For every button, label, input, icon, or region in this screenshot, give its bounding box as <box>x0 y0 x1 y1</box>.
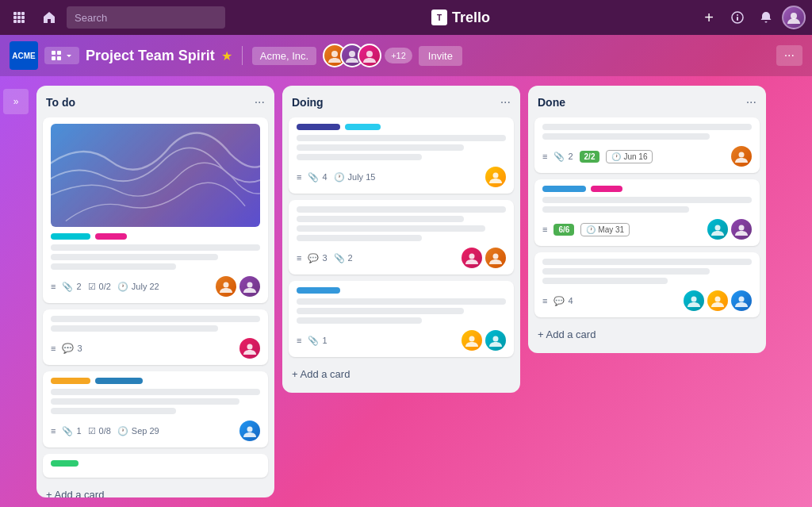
card-todo-2[interactable]: ≡ 💬 3 <box>43 309 268 365</box>
board-title: Project Team Spirit <box>86 48 215 64</box>
add-card-button-todo[interactable]: + Add a card <box>43 484 268 497</box>
card-line <box>542 197 752 203</box>
column-doing: Doing ··· ≡ 📎 4 🕐 Jul <box>282 86 520 393</box>
card-avatars <box>462 330 506 351</box>
card-done-3[interactable]: ≡ 💬 4 <box>534 252 760 317</box>
card-list-icon: ≡ <box>542 152 547 161</box>
card-avatar <box>462 330 482 351</box>
tag-cyan <box>51 233 90 240</box>
attach-icon: 📎 <box>62 426 73 436</box>
card-avatars <box>216 276 260 297</box>
card-line <box>297 235 422 241</box>
card-doing-1[interactable]: ≡ 📎 4 🕐 July 15 <box>289 117 514 194</box>
star-button[interactable]: ★ <box>221 48 232 63</box>
column-header-done: Done ··· <box>534 94 760 111</box>
card-attach-meta: 📎 2 <box>553 152 573 162</box>
card-footer: ≡ 📎 1 ☑ 0/8 🕐 Sep 29 <box>51 421 260 441</box>
card-tags <box>51 378 260 384</box>
card-line <box>51 325 218 332</box>
card-doing-2[interactable]: ≡ 💬 3 📎 2 <box>289 200 514 275</box>
card-lines <box>51 244 260 270</box>
svg-rect-10 <box>737 17 738 21</box>
workspace-button[interactable]: Acme, Inc. <box>252 47 316 65</box>
column-title-todo: To do <box>46 96 75 109</box>
column-more-done[interactable]: ··· <box>746 95 756 109</box>
card-avatar <box>684 290 704 311</box>
member-avatars: +12 <box>323 44 412 67</box>
user-avatar[interactable] <box>782 6 806 29</box>
card-tags <box>51 460 260 467</box>
notifications-button[interactable] <box>753 5 779 30</box>
card-footer: ≡ 📎 2 2/2 🕐 Jun 16 <box>542 146 752 167</box>
column-title-doing: Doing <box>292 96 324 109</box>
add-card-button-doing[interactable]: + Add a card <box>289 363 514 385</box>
date-icon: 🕐 <box>117 426 128 436</box>
invite-button[interactable]: Invite <box>419 46 462 66</box>
card-doing-3[interactable]: ≡ 📎 1 <box>289 281 514 357</box>
attach-icon: 📎 <box>62 282 73 292</box>
card-line <box>297 135 506 141</box>
card-line <box>542 124 752 130</box>
svg-rect-4 <box>17 16 21 19</box>
card-line <box>51 254 218 260</box>
card-lines <box>297 298 506 324</box>
card-done-2[interactable]: ≡ 6/6 🕐 May 31 <box>534 179 760 246</box>
svg-point-22 <box>247 344 253 350</box>
card-list-icon: ≡ <box>297 172 301 182</box>
svg-point-30 <box>715 225 721 231</box>
card-avatar <box>485 330 506 351</box>
check-icon: ☑ <box>88 426 96 436</box>
card-avatar <box>707 290 728 311</box>
svg-point-21 <box>247 282 253 288</box>
svg-point-11 <box>737 14 738 16</box>
card-line <box>297 225 485 232</box>
card-image <box>51 124 260 227</box>
add-card-button-done[interactable]: + Add a card <box>534 324 760 345</box>
card-list-icon: ≡ <box>297 253 301 263</box>
info-button[interactable] <box>725 5 750 30</box>
card-line <box>51 408 176 414</box>
member-avatar-3[interactable] <box>358 44 381 67</box>
tag-blue-dark <box>297 124 340 130</box>
card-avatar <box>462 248 482 268</box>
card-lines <box>542 197 752 213</box>
date-badge: 🕐 Jun 16 <box>606 150 653 163</box>
svg-point-23 <box>247 427 253 432</box>
search-input[interactable] <box>67 6 225 29</box>
grid-menu-button[interactable] <box>6 5 32 30</box>
sidebar-toggle-button[interactable]: » <box>3 89 29 114</box>
svg-point-27 <box>469 336 475 342</box>
tag-yellow <box>51 378 90 384</box>
card-line <box>297 298 506 305</box>
card-todo-3[interactable]: ≡ 📎 1 ☑ 0/8 🕐 Sep 29 <box>43 371 268 447</box>
card-avatar <box>485 248 506 268</box>
svg-rect-16 <box>57 56 61 60</box>
column-more-todo[interactable]: ··· <box>255 95 265 109</box>
card-check-meta: ☑ 0/8 <box>88 426 111 436</box>
svg-point-25 <box>469 254 475 259</box>
column-more-doing[interactable]: ··· <box>500 95 511 109</box>
card-attach-meta: 📎 2 <box>62 282 81 292</box>
board-menu-button[interactable] <box>44 47 79 64</box>
attach-icon: 📎 <box>334 253 345 263</box>
card-tags <box>542 186 752 192</box>
card-avatars <box>707 219 752 240</box>
card-footer: ≡ 💬 3 <box>51 338 260 359</box>
card-line <box>542 206 689 213</box>
member-count[interactable]: +12 <box>385 48 412 63</box>
svg-rect-3 <box>13 16 17 19</box>
card-tags <box>297 124 506 130</box>
card-done-1[interactable]: ≡ 📎 2 2/2 🕐 Jun 16 <box>534 117 760 173</box>
card-todo-1[interactable]: ≡ 📎 2 ☑ 0/2 🕐 July 22 <box>43 117 268 303</box>
tag-blue2 <box>297 287 340 294</box>
column-title-done: Done <box>538 96 565 109</box>
svg-point-17 <box>331 51 338 57</box>
tag-hot-pink <box>591 186 622 192</box>
board-more-button[interactable]: ··· <box>776 45 802 66</box>
home-button[interactable] <box>36 5 62 30</box>
card-lines <box>542 259 752 284</box>
add-button[interactable]: + <box>696 5 722 30</box>
card-todo-4[interactable] <box>43 454 268 478</box>
card-line <box>542 278 668 284</box>
svg-rect-1 <box>17 12 21 15</box>
